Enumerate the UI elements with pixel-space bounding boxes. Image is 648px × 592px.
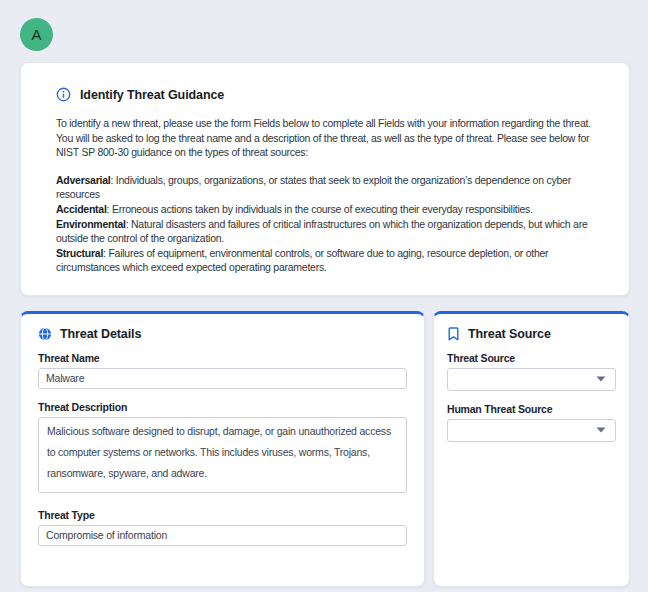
threat-type-input[interactable] bbox=[38, 525, 407, 546]
human-threat-source-label: Human Threat Source bbox=[447, 403, 616, 415]
chevron-down-icon bbox=[596, 427, 606, 433]
threat-description-textarea[interactable]: Malicious software designed to disrupt, … bbox=[38, 417, 407, 493]
threat-source-title: Threat Source bbox=[468, 327, 551, 341]
threat-details-card: Threat Details Threat Name Threat Descri… bbox=[20, 311, 425, 587]
threat-description-label: Threat Description bbox=[38, 401, 407, 413]
guidance-source-adversarial: Adversarial: Individuals, groups, organi… bbox=[56, 173, 591, 202]
threat-name-input[interactable] bbox=[38, 368, 407, 389]
guidance-source-accidental: Accidental: Erroneous actions taken by i… bbox=[56, 202, 591, 217]
threat-name-label: Threat Name bbox=[38, 352, 407, 364]
guidance-card-title: Identify Threat Guidance bbox=[80, 88, 224, 102]
threat-details-title: Threat Details bbox=[60, 327, 141, 341]
guidance-source-structural: Structural: Failures of equipment, envir… bbox=[56, 246, 591, 275]
guidance-source-environmental: Environmental: Natural disasters and fai… bbox=[56, 217, 591, 246]
threat-type-label: Threat Type bbox=[38, 509, 407, 521]
bookmark-icon bbox=[447, 327, 460, 341]
threat-source-select[interactable] bbox=[447, 368, 616, 391]
human-threat-source-select[interactable] bbox=[447, 419, 616, 442]
info-icon bbox=[56, 87, 71, 102]
globe-icon bbox=[38, 327, 52, 341]
threat-source-label: Threat Source bbox=[447, 352, 616, 364]
threat-source-card: Threat Source Threat Source Human Threat… bbox=[433, 311, 630, 587]
chevron-down-icon bbox=[596, 376, 606, 382]
user-avatar[interactable]: A bbox=[20, 18, 53, 51]
guidance-card: Identify Threat Guidance To identify a n… bbox=[20, 62, 630, 296]
guidance-intro: To identify a new threat, please use the… bbox=[56, 116, 591, 160]
